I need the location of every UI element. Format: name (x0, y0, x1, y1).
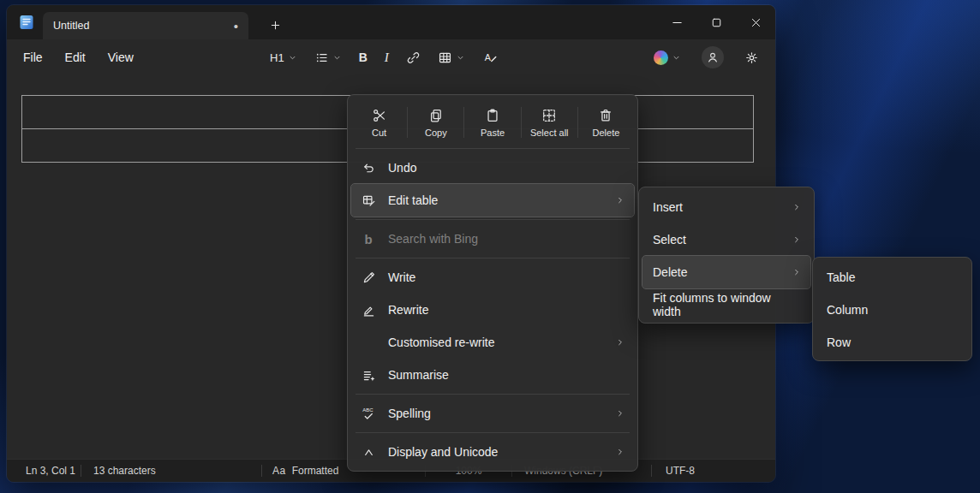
chevron-right-icon (615, 337, 625, 347)
undo-icon (360, 159, 377, 176)
menu-item-undo[interactable]: Undo (351, 151, 634, 184)
menu-item-label: Select (653, 233, 686, 246)
menu-item-label: Spelling (388, 407, 431, 420)
pen-lines-icon (360, 301, 377, 318)
clear-formatting-button[interactable] (476, 45, 504, 69)
chevron-right-icon (792, 202, 802, 212)
menu-item-customised-rewrite[interactable]: Customised re-write (351, 326, 634, 359)
menu-item-search-with-bing: b Search with Bing (351, 223, 634, 255)
paste-label: Paste (481, 128, 505, 138)
submenu-item-insert[interactable]: Insert (642, 191, 810, 223)
close-icon (749, 15, 763, 30)
menu-item-label: Search with Bing (388, 232, 478, 246)
menu-item-label: Summarise (388, 368, 449, 382)
minimize-button[interactable] (657, 5, 696, 39)
chevron-right-icon (792, 235, 802, 245)
menu-item-label: Delete (653, 265, 687, 279)
titlebar[interactable]: Untitled • (7, 5, 775, 39)
menu-toolbar-row: File Edit View H1 B I (7, 39, 775, 75)
italic-button[interactable]: I (379, 46, 395, 69)
notepad-app-icon (19, 15, 34, 30)
table-dropdown[interactable] (432, 46, 471, 69)
submenu-item-fit-columns[interactable]: Fit columns to window width (642, 288, 810, 321)
chevron-down-icon (332, 53, 342, 62)
link-button[interactable] (400, 46, 427, 69)
edit-table-submenu: Insert Select Delete Fit columns to wind… (638, 187, 815, 324)
unsaved-indicator: • (234, 20, 238, 33)
person-icon (706, 50, 720, 64)
paste-button[interactable]: Paste (464, 99, 520, 146)
submenu-item-select[interactable]: Select (642, 223, 810, 256)
menu-item-display-and-unicode[interactable]: Display and Unicode (351, 436, 634, 468)
tab-title: Untitled (53, 20, 89, 32)
link-icon (406, 50, 421, 65)
edit-table-icon (360, 192, 377, 209)
caret-icon (360, 443, 377, 460)
menu-item-edit-table[interactable]: Edit table (351, 184, 634, 217)
chevron-down-icon (672, 53, 681, 62)
bold-label: B (359, 50, 368, 64)
encoding: UTF-8 (652, 460, 695, 482)
menu-file[interactable]: File (12, 46, 54, 68)
menu-item-summarise[interactable]: Summarise (351, 359, 634, 391)
menu-view[interactable]: View (97, 46, 145, 68)
menu-separator (356, 432, 630, 433)
menu-item-label: Fit columns to window width (653, 291, 802, 318)
menu-item-label: Column (827, 303, 868, 317)
menu-item-label: Display and Unicode (388, 445, 498, 459)
clear-formatting-icon (482, 50, 498, 65)
chevron-right-icon (615, 408, 625, 419)
menu-item-spelling[interactable]: Spelling (351, 397, 634, 430)
chevron-right-icon (792, 267, 802, 277)
menu-item-rewrite[interactable]: Rewrite (351, 294, 634, 326)
table-icon (438, 50, 452, 65)
spelling-icon (360, 405, 377, 422)
gear-icon (744, 50, 759, 65)
cut-button[interactable]: Cut (351, 99, 407, 146)
bold-button[interactable]: B (353, 46, 373, 68)
list-dropdown[interactable] (308, 46, 348, 69)
formatted-label: Formatted (292, 465, 339, 477)
submenu-item-table[interactable]: Table (816, 261, 968, 294)
close-button[interactable] (736, 5, 775, 39)
copy-button[interactable]: Copy (408, 99, 463, 146)
maximize-icon (709, 15, 724, 30)
heading-style-label: H1 (270, 51, 284, 64)
quick-actions-row: Cut Copy Paste Select all Delete (351, 99, 634, 146)
pen-icon (360, 269, 377, 286)
select-all-icon (541, 108, 557, 123)
menu-item-label: Table (827, 270, 855, 284)
context-menu: Cut Copy Paste Select all Delete Undo Ed… (347, 94, 638, 472)
menu-item-label: Undo (388, 161, 416, 175)
cursor-position: Ln 3, Col 1 (7, 460, 81, 482)
select-all-label: Select all (530, 128, 569, 138)
menu-edit[interactable]: Edit (54, 46, 97, 68)
settings-button[interactable] (738, 46, 765, 69)
account-button[interactable] (696, 42, 730, 73)
select-all-button[interactable]: Select all (522, 99, 577, 146)
chevron-right-icon (615, 447, 625, 457)
menu-item-label: Insert (653, 200, 683, 214)
delete-label: Delete (593, 128, 620, 138)
new-tab-button[interactable] (264, 14, 286, 36)
menu-item-label: Edit table (388, 193, 438, 207)
cut-icon (372, 108, 387, 123)
menu-item-write[interactable]: Write (351, 261, 634, 294)
avatar (702, 46, 724, 68)
copilot-dropdown[interactable] (648, 46, 687, 69)
tab-untitled[interactable]: Untitled • (43, 12, 248, 39)
delete-button[interactable]: Delete (578, 99, 634, 146)
submenu-item-row[interactable]: Row (816, 326, 968, 359)
chevron-down-icon (456, 53, 465, 62)
submenu-item-column[interactable]: Column (816, 294, 968, 326)
formatting-toolbar: H1 B I (264, 39, 504, 75)
copilot-icon (654, 50, 668, 65)
copy-label: Copy (425, 128, 447, 138)
heading-style-dropdown[interactable]: H1 (264, 47, 303, 68)
cut-label: Cut (372, 128, 386, 138)
plus-icon (269, 19, 282, 32)
submenu-item-delete[interactable]: Delete (642, 256, 810, 288)
copy-icon (428, 108, 444, 123)
maximize-button[interactable] (696, 5, 736, 39)
italic-label: I (385, 50, 389, 65)
